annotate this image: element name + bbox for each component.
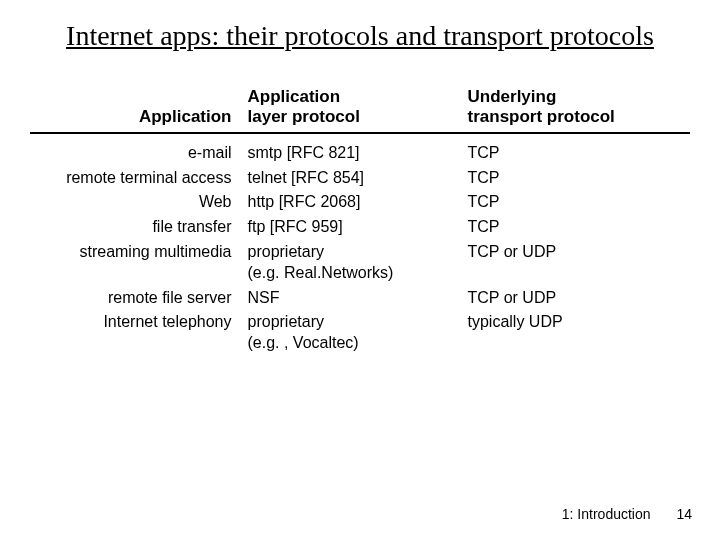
col-header-transport: Underlyingtransport protocol	[460, 83, 690, 133]
cell-transport: TCP or UDP	[460, 240, 690, 286]
col-header-layer-protocol: Applicationlayer protocol	[240, 83, 460, 133]
cell-layer-protocol: NSF	[240, 286, 460, 311]
cell-layer-protocol: proprietary(e.g. Real.Networks)	[240, 240, 460, 286]
table-row: file transferftp [RFC 959]TCP	[30, 215, 690, 240]
col-header-application: Application	[30, 83, 240, 133]
cell-application: streaming multimedia	[30, 240, 240, 286]
table-row: remote terminal accesstelnet [RFC 854]TC…	[30, 166, 690, 191]
cell-application: remote terminal access	[30, 166, 240, 191]
table-row: e-mailsmtp [RFC 821]TCP	[30, 141, 690, 166]
cell-layer-protocol: telnet [RFC 854]	[240, 166, 460, 191]
cell-application: remote file server	[30, 286, 240, 311]
cell-transport: TCP or UDP	[460, 286, 690, 311]
cell-transport: TCP	[460, 141, 690, 166]
cell-layer-protocol: proprietary(e.g. , Vocaltec)	[240, 310, 460, 356]
cell-transport: TCP	[460, 190, 690, 215]
table-row: Internet telephonyproprietary(e.g. , Voc…	[30, 310, 690, 356]
cell-transport: TCP	[460, 166, 690, 191]
table-row: streaming multimediaproprietary(e.g. Rea…	[30, 240, 690, 286]
cell-layer-protocol: http [RFC 2068]	[240, 190, 460, 215]
table-row: Webhttp [RFC 2068]TCP	[30, 190, 690, 215]
protocol-table-container: Application Applicationlayer protocol Un…	[0, 63, 720, 356]
slide-footer: 1: Introduction 14	[562, 506, 692, 522]
table-row: remote file serverNSFTCP or UDP	[30, 286, 690, 311]
protocol-table-body: e-mailsmtp [RFC 821]TCPremote terminal a…	[30, 133, 690, 356]
cell-application: Internet telephony	[30, 310, 240, 356]
cell-application: file transfer	[30, 215, 240, 240]
cell-application: e-mail	[30, 141, 240, 166]
slide-title: Internet apps: their protocols and trans…	[0, 0, 720, 63]
protocol-table: Application Applicationlayer protocol Un…	[30, 83, 690, 356]
cell-transport: TCP	[460, 215, 690, 240]
cell-layer-protocol: ftp [RFC 959]	[240, 215, 460, 240]
cell-layer-protocol: smtp [RFC 821]	[240, 141, 460, 166]
cell-application: Web	[30, 190, 240, 215]
cell-transport: typically UDP	[460, 310, 690, 356]
footer-section: 1: Introduction	[562, 506, 651, 522]
footer-page-number: 14	[676, 506, 692, 522]
